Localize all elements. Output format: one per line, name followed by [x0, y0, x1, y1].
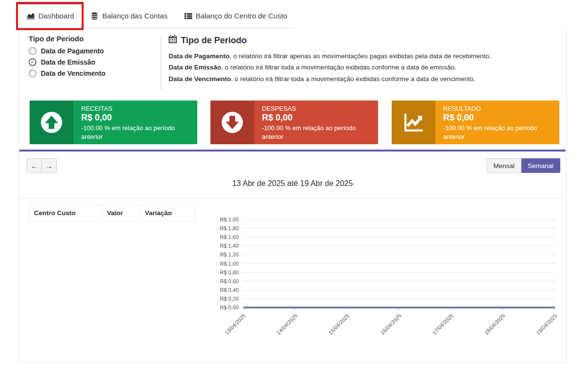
- date-range-title: 13 Abr de 2025 até 19 Abr de 2025: [19, 179, 566, 188]
- svg-text:R$ 0,20: R$ 0,20: [220, 296, 239, 302]
- card-resultado: RESULTADO R$ 0,00 -100.00 % em relação a…: [392, 101, 559, 144]
- card-despesas: DESPESAS R$ 0,00 -100.00 % em relação ao…: [210, 101, 378, 144]
- radio-label: Data de Emissão: [41, 58, 95, 66]
- card-receitas: RECEITAS R$ 0,00 -100.00 % em relação ao…: [30, 101, 197, 144]
- card-body: RECEITAS R$ 0,00 -100.00 % em relação ao…: [73, 101, 197, 144]
- calendar-icon: [169, 35, 177, 46]
- radio-circle-icon: [29, 47, 36, 55]
- svg-text:R$ 1,60: R$ 1,60: [220, 234, 239, 240]
- arrow-left-icon: ←: [31, 162, 38, 170]
- tab-label: Dashboard: [38, 12, 74, 20]
- card-title: RESULTADO: [443, 105, 559, 112]
- toggle-label: Mensal: [493, 162, 515, 169]
- svg-text:15/04/2025: 15/04/2025: [328, 313, 350, 336]
- tab-balanco-contas[interactable]: Balanço das Contas: [82, 3, 175, 28]
- svg-text:R$ 0,80: R$ 0,80: [220, 270, 239, 275]
- info-line-emissao: Data de Emissão, o relatório irá filtrar…: [169, 63, 557, 72]
- tab-label: Balanço das Contas: [102, 12, 167, 20]
- tab-label: Balanço do Centro de Custo: [196, 12, 287, 20]
- info-term: Data de Emissão: [169, 64, 221, 71]
- content-panel: Tipo de Periodo Data de Pagamento Data d…: [18, 29, 567, 362]
- svg-text:R$ 0,60: R$ 0,60: [220, 278, 239, 284]
- info-term: Data de Pagamento: [169, 52, 229, 60]
- svg-text:16/04/2025: 16/04/2025: [379, 313, 402, 336]
- line-chart-icon: [392, 101, 435, 144]
- radio-label: Data de Pagamento: [41, 47, 104, 55]
- period-info-title: Tipo de Periodo: [181, 35, 247, 46]
- info-line-vencimento: Data de Vencimento, o relatório irá filt…: [169, 74, 557, 84]
- svg-text:R$ 0,00: R$ 0,00: [220, 304, 239, 310]
- svg-text:R$ 2,00: R$ 2,00: [220, 217, 239, 222]
- radio-check-icon: [29, 58, 36, 66]
- info-line-pagamento: Data de Pagamento, o relatório irá filtr…: [169, 51, 557, 61]
- svg-text:R$ 1,00: R$ 1,00: [220, 261, 239, 267]
- period-filter-title: Tipo de Periodo: [29, 34, 84, 43]
- tab-dashboard[interactable]: Dashboard: [18, 3, 82, 28]
- card-body: DESPESAS R$ 0,00 -100.00 % em relação ao…: [254, 101, 378, 144]
- dashboard-page: Dashboard Balanço das Contas: [0, 0, 588, 372]
- info-text: , o relatório irá filtrar apenas as movi…: [229, 52, 491, 60]
- info-text: , o relatório irá filtrar toda a movimen…: [221, 64, 456, 71]
- next-period-button[interactable]: →: [42, 158, 57, 173]
- radio-data-de-pagamento[interactable]: Data de Pagamento: [29, 46, 105, 56]
- arrow-right-icon: →: [46, 162, 53, 170]
- period-info: Tipo de Periodo Data de Pagamento, o rel…: [169, 35, 557, 85]
- info-text: , o relatório irá filtrar toda a movimen…: [231, 75, 475, 83]
- card-note: -100.00 % em relação ao período anterior: [262, 124, 378, 141]
- arrow-up-circle-icon: [30, 101, 73, 144]
- period-nav-group: ← →: [27, 158, 57, 173]
- arrow-down-circle-icon: [210, 101, 254, 144]
- card-value: R$ 0,00: [443, 113, 559, 123]
- semanal-button[interactable]: Semanal: [521, 158, 560, 173]
- svg-text:14/04/2025: 14/04/2025: [276, 313, 298, 336]
- svg-text:R$ 0,40: R$ 0,40: [220, 287, 239, 293]
- tab-bar: Dashboard Balanço das Contas: [18, 3, 295, 28]
- radio-data-de-emissao[interactable]: Data de Emissão: [29, 57, 105, 67]
- svg-text:R$ 1,40: R$ 1,40: [220, 243, 239, 249]
- mensal-button[interactable]: Mensal: [486, 158, 521, 173]
- centro-custo-table: Centro Custo Valor Variação: [29, 204, 195, 221]
- card-value: R$ 0,00: [262, 113, 378, 123]
- toggle-label: Semanal: [528, 162, 553, 169]
- radio-data-de-vencimento[interactable]: Data de Vencimento: [29, 68, 105, 78]
- column-header-valor[interactable]: Valor: [102, 205, 140, 221]
- previous-period-button[interactable]: ←: [27, 158, 42, 173]
- line-chart: R$ 2,00R$ 1,80R$ 1,60R$ 1,40R$ 1,20R$ 1,…: [212, 214, 559, 355]
- radio-circle-icon: [29, 69, 36, 77]
- svg-text:R$ 1,80: R$ 1,80: [220, 225, 239, 231]
- tab-balanco-centro-custo[interactable]: Balanço do Centro de Custo: [176, 3, 295, 28]
- period-filter-radio-group: Data de Pagamento Data de Emissão Data d…: [29, 45, 105, 80]
- card-note: -100.00 % em relação ao período anterior: [81, 124, 197, 141]
- card-body: RESULTADO R$ 0,00 -100.00 % em relação a…: [435, 101, 559, 144]
- period-mode-toggle: Mensal Semanal: [486, 158, 560, 173]
- svg-text:13/04/2025: 13/04/2025: [224, 313, 246, 336]
- svg-text:R$ 1,20: R$ 1,20: [220, 252, 239, 257]
- card-note: -100.00 % em relação ao período anterior: [443, 124, 559, 141]
- card-value: R$ 0,00: [81, 113, 197, 123]
- svg-text:17/04/2025: 17/04/2025: [431, 313, 454, 336]
- info-term: Data de Vencimento: [169, 75, 231, 83]
- period-info-heading: Tipo de Periodo: [169, 35, 557, 46]
- table-header-row: Centro Custo Valor Variação: [29, 205, 195, 221]
- vertical-divider: [160, 35, 161, 89]
- section-divider: [19, 198, 566, 199]
- svg-text:18/04/2025: 18/04/2025: [483, 313, 506, 336]
- database-icon: [90, 12, 99, 20]
- area-chart-icon: [27, 12, 35, 20]
- column-header-variacao[interactable]: Variação: [140, 205, 195, 221]
- svg-text:19/04/2025: 19/04/2025: [535, 313, 558, 336]
- radio-label: Data de Vencimento: [41, 69, 105, 77]
- card-title: RECEITAS: [81, 105, 197, 112]
- card-title: DESPESAS: [262, 105, 378, 112]
- column-header-centro-custo[interactable]: Centro Custo: [29, 205, 102, 221]
- purple-divider-bar: [19, 150, 566, 152]
- list-icon: [184, 12, 192, 20]
